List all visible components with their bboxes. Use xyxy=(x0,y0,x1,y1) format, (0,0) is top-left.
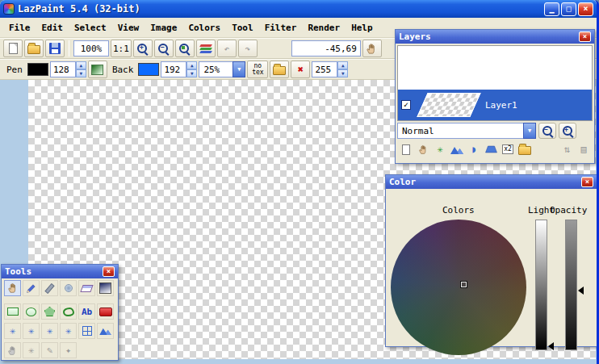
spray-tool[interactable] xyxy=(60,280,77,296)
redo-button[interactable]: ↷ xyxy=(238,40,258,57)
pen-size-spinner[interactable]: 128 ▲ ▼ xyxy=(50,61,86,77)
move-selection-tool[interactable] xyxy=(4,342,21,358)
maximize-button[interactable]: □ xyxy=(561,2,576,16)
spin-up-icon[interactable]: ▲ xyxy=(186,61,197,69)
polygon-tool[interactable] xyxy=(41,303,58,320)
dropdown-arrow-icon[interactable]: ▼ xyxy=(523,123,536,139)
zoom-out-button[interactable]: − xyxy=(154,40,174,57)
duplicate-layer-button[interactable]: ✳ xyxy=(433,142,447,157)
select-free-tool[interactable]: ✳ xyxy=(41,323,58,339)
filled-rectangle-tool[interactable] xyxy=(97,303,114,320)
eraser-tool[interactable] xyxy=(78,280,95,296)
deformation-grid-tool[interactable] xyxy=(78,323,95,339)
move-layer-button[interactable] xyxy=(416,142,430,157)
minimize-button[interactable]: ▁ xyxy=(544,2,559,16)
open-texture-button[interactable] xyxy=(270,61,289,78)
tools-panel-titlebar[interactable]: Tools × xyxy=(2,265,118,278)
blend-mode-value[interactable]: Normal xyxy=(397,123,523,139)
back-color-swatch[interactable] xyxy=(138,63,159,76)
rasterize-layer-button[interactable]: ▤ xyxy=(576,142,591,157)
select-ellipse-tool[interactable]: ✳ xyxy=(23,323,40,339)
rotate-selection-tool[interactable]: ✳ xyxy=(23,342,40,358)
spin-down-icon[interactable]: ▼ xyxy=(76,69,86,77)
text-tool[interactable]: Ab xyxy=(78,303,95,320)
thumb-zoom-out-button[interactable]: − xyxy=(538,123,556,139)
curve-tool[interactable] xyxy=(60,303,77,320)
gradient-tool[interactable] xyxy=(97,280,114,296)
spin-up-icon[interactable]: ▲ xyxy=(76,61,86,69)
menu-edit[interactable]: Edit xyxy=(36,19,69,36)
layers-close-button[interactable]: × xyxy=(579,31,591,42)
open-button[interactable] xyxy=(24,40,44,57)
save-button[interactable] xyxy=(45,40,65,57)
rotate-layer-button[interactable]: ◗ xyxy=(467,142,481,157)
layer-row[interactable]: ✓ Layer1 xyxy=(398,90,592,120)
chalk-tool[interactable] xyxy=(41,280,58,296)
menu-help[interactable]: Help xyxy=(346,19,379,36)
zoom-in-button[interactable]: + xyxy=(133,40,153,57)
resample-layer-button[interactable]: x2 xyxy=(501,142,515,157)
layer-visible-checkbox[interactable]: ✓ xyxy=(401,100,411,110)
pen-tool[interactable] xyxy=(23,280,40,296)
no-texture-button[interactable]: no tex xyxy=(247,61,268,78)
merge-layer-button[interactable]: ⇅ xyxy=(559,142,574,157)
spin-down-icon[interactable]: ▼ xyxy=(186,69,197,77)
open-layer-button[interactable] xyxy=(517,142,532,157)
titlebar[interactable]: LazPaint 5.4 (32-bit) ▁ □ × xyxy=(0,0,597,18)
tools-close-button[interactable]: × xyxy=(103,266,115,277)
ellipse-tool[interactable] xyxy=(23,303,40,320)
hand-tool-button[interactable] xyxy=(362,40,382,57)
zoom-original-button[interactable]: 1:1 xyxy=(111,40,132,57)
layers-panel-titlebar[interactable]: Layers × xyxy=(396,30,594,44)
zoom-value-field[interactable]: 100% xyxy=(73,40,109,56)
menu-image[interactable]: Image xyxy=(145,19,182,36)
color-close-button[interactable]: × xyxy=(581,177,593,187)
pen-style-button[interactable] xyxy=(88,61,107,78)
show-layers-button[interactable] xyxy=(196,40,216,57)
thumb-zoom-in-button[interactable]: + xyxy=(559,123,576,139)
flatten-image-button[interactable] xyxy=(450,142,464,157)
menu-file[interactable]: File xyxy=(3,19,36,36)
pen-opacity-value[interactable]: 25% xyxy=(199,61,232,77)
light-slider[interactable] xyxy=(535,220,547,350)
select-poly-tool[interactable]: ✳ xyxy=(60,323,77,339)
texture-alpha-value[interactable]: 255 xyxy=(312,61,337,77)
color-wheel[interactable] xyxy=(391,220,526,355)
select-pen-tool[interactable]: ✎ xyxy=(41,342,58,358)
layer-list[interactable]: ✓ Layer1 xyxy=(397,45,593,121)
texture-alpha-spinner[interactable]: 255 ▲ ▼ xyxy=(312,61,348,77)
undo-button[interactable]: ↶ xyxy=(217,40,237,57)
shear-layer-button[interactable] xyxy=(484,142,498,157)
spin-up-icon[interactable]: ▲ xyxy=(337,61,348,69)
blend-mode-combo[interactable]: Normal ▼ xyxy=(397,123,536,139)
light-slider-arrow[interactable] xyxy=(548,342,554,350)
pen-color-swatch[interactable] xyxy=(27,63,48,76)
menu-tool[interactable]: Tool xyxy=(226,19,259,36)
magic-wand-tool[interactable]: ✦ xyxy=(60,342,77,358)
dropdown-arrow-icon[interactable]: ▼ xyxy=(232,61,245,77)
color-panel-titlebar[interactable]: Color × xyxy=(386,175,597,189)
close-button[interactable]: × xyxy=(578,2,593,16)
clear-texture-button[interactable]: ✖ xyxy=(291,61,310,78)
back-size-value[interactable]: 192 xyxy=(161,61,186,77)
starburst-icon: ✳ xyxy=(65,326,71,336)
opacity-slider[interactable] xyxy=(565,220,577,350)
menu-render[interactable]: Render xyxy=(302,19,346,36)
texture-mapping-tool[interactable] xyxy=(97,323,114,339)
hand-tool[interactable] xyxy=(4,280,21,296)
menu-filter[interactable]: Filter xyxy=(259,19,303,36)
add-layer-button[interactable] xyxy=(399,142,413,157)
color-wheel-cursor[interactable] xyxy=(461,282,467,287)
rectangle-tool[interactable] xyxy=(4,303,21,320)
spin-down-icon[interactable]: ▼ xyxy=(337,69,348,77)
menu-colors[interactable]: Colors xyxy=(182,19,226,36)
opacity-slider-arrow[interactable] xyxy=(578,287,584,295)
zoom-fit-button[interactable] xyxy=(175,40,195,57)
pen-size-value[interactable]: 128 xyxy=(50,61,76,77)
back-size-spinner[interactable]: 192 ▲ ▼ xyxy=(161,61,197,77)
select-rect-tool[interactable]: ✳ xyxy=(4,323,21,339)
menu-view[interactable]: View xyxy=(112,19,145,36)
menu-select[interactable]: Select xyxy=(69,19,112,36)
pen-opacity-combo[interactable]: 25% ▼ xyxy=(199,61,245,77)
new-image-button[interactable] xyxy=(3,40,23,57)
